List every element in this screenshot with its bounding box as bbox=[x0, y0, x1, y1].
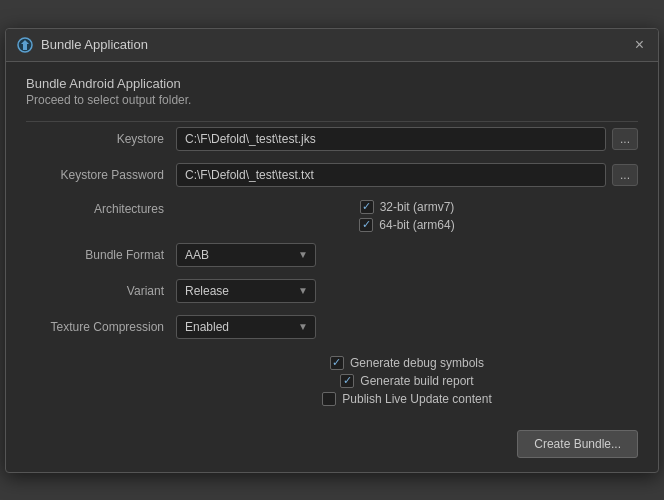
intro-text: Bundle Android Application Proceed to se… bbox=[26, 76, 638, 107]
texture-compression-select-wrapper: Enabled Disabled ▼ bbox=[176, 315, 316, 339]
dialog-body: Bundle Android Application Proceed to se… bbox=[6, 62, 658, 406]
bundle-format-select[interactable]: AAB APK bbox=[176, 243, 316, 267]
variant-row: Variant Debug Release ▼ bbox=[26, 278, 638, 304]
keystore-control: ... bbox=[176, 127, 638, 151]
build-report-checkbox[interactable] bbox=[340, 374, 354, 388]
variant-select[interactable]: Debug Release bbox=[176, 279, 316, 303]
keystore-row: Keystore ... bbox=[26, 126, 638, 152]
arch2-label: 64-bit (arm64) bbox=[379, 218, 454, 232]
keystore-password-label: Keystore Password bbox=[26, 168, 176, 182]
bundle-format-row: Bundle Format AAB APK ▼ bbox=[26, 242, 638, 268]
texture-compression-select[interactable]: Enabled Disabled bbox=[176, 315, 316, 339]
bundle-dialog: Bundle Application × Bundle Android Appl… bbox=[5, 28, 659, 473]
publish-live-label: Publish Live Update content bbox=[342, 392, 491, 406]
extra-checkboxes-row: Generate debug symbols Generate build re… bbox=[26, 354, 638, 406]
app-icon bbox=[16, 36, 34, 54]
keystore-input[interactable] bbox=[176, 127, 606, 151]
build-report-label: Generate build report bbox=[360, 374, 473, 388]
architectures-row: Architectures 32-bit (armv7) 64-bit (arm… bbox=[26, 198, 638, 232]
keystore-password-input[interactable] bbox=[176, 163, 606, 187]
variant-control: Debug Release ▼ bbox=[176, 279, 638, 303]
title-bar: Bundle Application × bbox=[6, 29, 658, 62]
arch1-checkbox[interactable] bbox=[360, 200, 374, 214]
arch2-row: 64-bit (arm64) bbox=[359, 218, 454, 232]
keystore-label: Keystore bbox=[26, 132, 176, 146]
close-button[interactable]: × bbox=[631, 37, 648, 53]
build-report-row: Generate build report bbox=[340, 374, 473, 388]
keystore-password-control: ... bbox=[176, 163, 638, 187]
arch2-checkbox[interactable] bbox=[359, 218, 373, 232]
title-bar-left: Bundle Application bbox=[16, 36, 148, 54]
architectures-label: Architectures bbox=[26, 200, 176, 216]
extra-checkboxes-control: Generate debug symbols Generate build re… bbox=[176, 356, 638, 406]
debug-symbols-checkbox[interactable] bbox=[330, 356, 344, 370]
variant-select-wrapper: Debug Release ▼ bbox=[176, 279, 316, 303]
publish-live-row: Publish Live Update content bbox=[322, 392, 491, 406]
arch1-label: 32-bit (armv7) bbox=[380, 200, 455, 214]
arch1-row: 32-bit (armv7) bbox=[360, 200, 455, 214]
form-section: Keystore ... Keystore Password ... Archi… bbox=[26, 126, 638, 406]
keystore-password-browse-button[interactable]: ... bbox=[612, 164, 638, 186]
divider-top bbox=[26, 121, 638, 122]
intro-line2: Proceed to select output folder. bbox=[26, 93, 638, 107]
texture-compression-label: Texture Compression bbox=[26, 320, 176, 334]
texture-compression-row: Texture Compression Enabled Disabled ▼ bbox=[26, 314, 638, 340]
publish-live-checkbox[interactable] bbox=[322, 392, 336, 406]
texture-compression-control: Enabled Disabled ▼ bbox=[176, 315, 638, 339]
keystore-browse-button[interactable]: ... bbox=[612, 128, 638, 150]
dialog-title: Bundle Application bbox=[41, 37, 148, 52]
debug-symbols-label: Generate debug symbols bbox=[350, 356, 484, 370]
debug-symbols-row: Generate debug symbols bbox=[330, 356, 484, 370]
dialog-footer: Create Bundle... bbox=[6, 416, 658, 472]
architectures-control: 32-bit (armv7) 64-bit (arm64) bbox=[176, 200, 638, 232]
intro-line1: Bundle Android Application bbox=[26, 76, 638, 91]
bundle-format-label: Bundle Format bbox=[26, 248, 176, 262]
variant-label: Variant bbox=[26, 284, 176, 298]
create-bundle-button[interactable]: Create Bundle... bbox=[517, 430, 638, 458]
bundle-format-control: AAB APK ▼ bbox=[176, 243, 638, 267]
bundle-format-select-wrapper: AAB APK ▼ bbox=[176, 243, 316, 267]
keystore-password-row: Keystore Password ... bbox=[26, 162, 638, 188]
